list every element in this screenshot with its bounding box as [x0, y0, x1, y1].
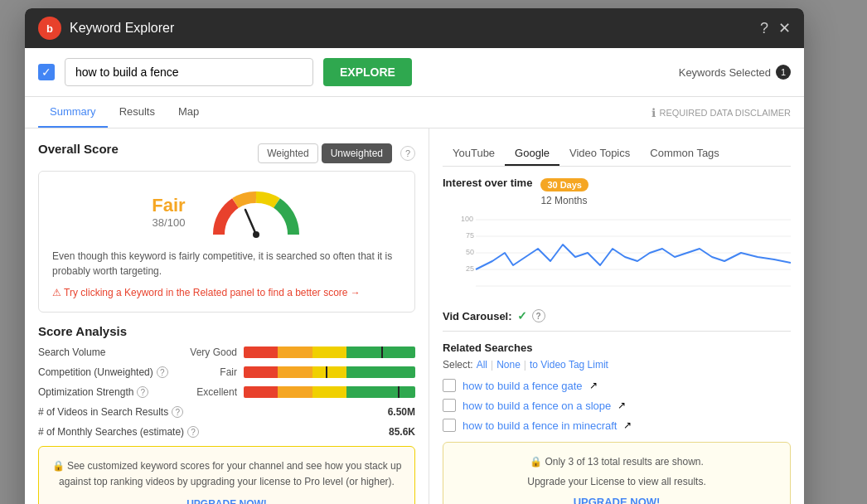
main-tabs: Summary Results Map ℹ REQUIRED DATA DISC…	[25, 97, 804, 128]
metric-competition: Competition (Unweighted) ? Fair	[38, 366, 415, 378]
overall-score-title: Overall Score	[38, 142, 119, 156]
left-panel: Overall Score Weighted Unweighted ? Fair…	[25, 128, 429, 504]
score-analysis: Score Analysis Search Volume Very Good	[38, 324, 415, 504]
chart-area: 100 75 50 25	[443, 211, 791, 298]
vid-carousel-info-icon[interactable]: ?	[532, 309, 545, 322]
competition-info-icon[interactable]: ?	[157, 366, 168, 378]
bar-marker	[381, 346, 383, 358]
source-tab-google[interactable]: Google	[505, 142, 559, 166]
metric-quality-optimization: Excellent	[179, 386, 237, 398]
bar-red	[244, 366, 278, 378]
metric-bar-inner	[244, 366, 415, 378]
weighted-btn[interactable]: Weighted	[258, 143, 317, 163]
metric-bar-search-volume	[244, 346, 415, 358]
data-disclaimer: ℹ REQUIRED DATA DISCLAIMER	[651, 106, 791, 119]
metric-optimization: Optimization Strength ? Excellent	[38, 386, 415, 398]
rs-checkbox-2[interactable]	[443, 419, 456, 432]
metric-value-monthly: 85.6K	[370, 426, 415, 438]
iot-header: Interest over time 30 Days 12 Months	[443, 177, 791, 206]
select-none-link[interactable]: None	[496, 359, 521, 371]
vid-carousel-label: Vid Carousel:	[443, 310, 512, 322]
modal-header: b Keyword Explorer ? ✕	[25, 8, 804, 48]
modal-title: Keyword Explorer	[70, 21, 752, 36]
source-tab-common-tags[interactable]: Common Tags	[640, 142, 729, 166]
svg-line-0	[245, 210, 256, 235]
source-tab-video-topics[interactable]: Video Topics	[559, 142, 640, 166]
upgrade-box: 🔒 See customized keyword scores for your…	[38, 446, 415, 504]
tab-results[interactable]: Results	[108, 97, 167, 128]
keyword-search-input[interactable]	[65, 58, 313, 86]
app-logo: b	[38, 17, 61, 40]
help-button[interactable]: ?	[760, 21, 768, 36]
keywords-selected: Keywords Selected 1	[679, 65, 791, 80]
upgrade-notice: 🔒 Only 3 of 13 total results are shown. …	[443, 442, 791, 504]
svg-text:75: 75	[466, 231, 474, 240]
iot-period-active[interactable]: 30 Days	[540, 178, 588, 191]
score-card: Fair 38/100	[38, 171, 415, 313]
interest-chart: 100 75 50 25	[443, 211, 791, 294]
metric-bar-competition	[244, 366, 415, 378]
modal-actions: ? ✕	[760, 21, 791, 36]
rs-text-2[interactable]: how to build a fence in minecraft	[463, 419, 617, 432]
explore-button[interactable]: EXPLORE	[323, 58, 412, 86]
bar-yellow	[312, 366, 346, 378]
metric-label-optimization: Optimization Strength ?	[38, 386, 179, 398]
metric-quality-search-volume: Very Good	[179, 346, 237, 358]
bar-green	[346, 366, 415, 378]
close-button[interactable]: ✕	[778, 21, 791, 36]
select-all-link[interactable]: All	[477, 359, 487, 371]
optimization-info-icon[interactable]: ?	[137, 386, 148, 398]
tab-summary[interactable]: Summary	[38, 97, 108, 128]
score-tip: ⚠ Try clicking a Keyword in the Related …	[52, 287, 401, 298]
monthly-info-icon[interactable]: ?	[187, 426, 199, 438]
gauge-svg	[211, 185, 302, 243]
score-gauge	[211, 185, 302, 239]
bar-yellow	[312, 346, 346, 358]
upgrade-text: 🔒 See customized keyword scores for your…	[51, 458, 403, 490]
upgrade-notice-text: 🔒 Only 3 of 13 total results are shown.	[455, 454, 778, 469]
bar-green	[346, 386, 415, 398]
metric-label-monthly: # of Monthly Searches (estimate) ?	[38, 426, 220, 438]
rs-checkbox-0[interactable]	[443, 379, 456, 392]
videos-info-icon[interactable]: ?	[172, 406, 183, 418]
modal-toolbar: ✓ EXPLORE Keywords Selected 1	[25, 48, 804, 97]
metric-monthly: # of Monthly Searches (estimate) ? 85.6K	[38, 426, 415, 438]
score-num: 38/100	[152, 216, 185, 229]
related-searches: Related Searches Select: All | None | to…	[443, 342, 791, 504]
bar-red	[244, 386, 278, 398]
upgrade-notice-sub: Upgrade your License to view all results…	[455, 474, 778, 489]
source-tab-youtube[interactable]: YouTube	[443, 142, 505, 166]
overall-score-header: Overall Score Weighted Unweighted ?	[38, 142, 415, 164]
score-main: Fair 38/100	[52, 185, 401, 239]
bar-orange	[278, 366, 312, 378]
rs-text-1[interactable]: how to build a fence on a slope	[463, 400, 611, 412]
iot-title: Interest over time	[443, 177, 532, 189]
svg-text:25: 25	[466, 264, 474, 273]
score-text: Fair 38/100	[152, 195, 185, 229]
vid-carousel-check-icon: ✓	[517, 309, 527, 322]
rs-checkbox-1[interactable]	[443, 399, 456, 412]
rs-item-1: how to build a fence on a slope ↗	[443, 399, 791, 412]
unweighted-btn[interactable]: Unweighted	[322, 143, 392, 163]
modal-body: Overall Score Weighted Unweighted ? Fair…	[25, 128, 804, 504]
right-panel: YouTube Google Video Topics Common Tags …	[429, 128, 804, 504]
select-checkbox[interactable]: ✓	[38, 64, 55, 80]
tab-map[interactable]: Map	[167, 97, 211, 128]
analysis-title: Score Analysis	[38, 324, 415, 338]
score-info-icon[interactable]: ?	[400, 146, 415, 161]
score-label: Fair	[152, 195, 185, 216]
bar-orange	[278, 346, 312, 358]
bar-orange	[278, 386, 312, 398]
svg-point-1	[253, 231, 259, 238]
bar-marker	[326, 366, 327, 378]
upgrade-now-link[interactable]: UPGRADE NOW!	[574, 496, 661, 504]
metric-label-videos: # of Videos in Search Results ?	[38, 406, 220, 418]
rs-ext-2: ↗	[623, 419, 632, 431]
bar-red	[244, 346, 278, 358]
rs-text-0[interactable]: how to build a fence gate	[463, 380, 583, 392]
related-searches-title: Related Searches	[443, 342, 791, 354]
iot-period-inactive[interactable]: 12 Months	[540, 195, 588, 206]
metric-bar-inner	[244, 386, 415, 398]
select-video-tag-limit-link[interactable]: to Video Tag Limit	[530, 359, 608, 371]
upgrade-link[interactable]: UPGRADE NOW!	[186, 498, 267, 504]
